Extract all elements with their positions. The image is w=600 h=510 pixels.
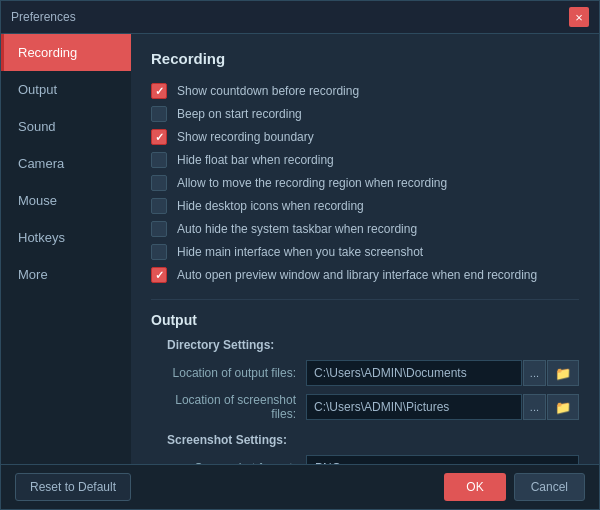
screenshot-files-input[interactable] [306,394,522,420]
output-files-row: Location of output files: ... 📁 [151,360,579,386]
ok-button[interactable]: OK [444,473,505,501]
screenshot-settings-section: Screenshot Settings: Screenshot format: … [151,433,579,464]
section-divider [151,299,579,300]
checkbox-floatbar: Hide float bar when recording [151,152,579,168]
screenshot-files-label: Location of screenshot files: [151,393,306,421]
checkbox-moveregion-box[interactable] [151,175,167,191]
dir-settings-label: Directory Settings: [151,338,579,352]
checkbox-moveregion: Allow to move the recording region when … [151,175,579,191]
output-files-input[interactable] [306,360,522,386]
sidebar: RecordingOutputSoundCameraMouseHotkeysMo… [1,34,131,464]
checkbox-taskbar-box[interactable] [151,221,167,237]
format-row: Screenshot format: PNG JPG BMP GIF [151,455,579,464]
output-files-folder-button[interactable]: 📁 [547,360,579,386]
sidebar-item-output[interactable]: Output [1,71,131,108]
output-files-input-container: ... 📁 [306,360,579,386]
screenshot-files-input-container: ... 📁 [306,394,579,420]
checkbox-countdown-label: Show countdown before recording [177,84,359,98]
checkbox-boundary-label: Show recording boundary [177,130,314,144]
checkbox-floatbar-label: Hide float bar when recording [177,153,334,167]
cancel-button[interactable]: Cancel [514,473,585,501]
output-files-label: Location of output files: [151,366,306,380]
checkbox-beep-label: Beep on start recording [177,107,302,121]
dialog-footer: Reset to Default OK Cancel [1,464,599,509]
checkbox-beep: Beep on start recording [151,106,579,122]
screenshot-files-dots-button[interactable]: ... [523,394,546,420]
screenshot-settings-label: Screenshot Settings: [151,433,579,447]
checkbox-floatbar-box[interactable] [151,152,167,168]
sidebar-item-camera[interactable]: Camera [1,145,131,182]
checkbox-desktopicons-label: Hide desktop icons when recording [177,199,364,213]
main-panel: Recording Show countdown before recordin… [131,34,599,464]
recording-section: Recording Show countdown before recordin… [151,50,579,283]
close-button[interactable]: × [569,7,589,27]
output-files-dots-button[interactable]: ... [523,360,546,386]
checkbox-taskbar: Auto hide the system taskbar when record… [151,221,579,237]
checkbox-desktopicons-box[interactable] [151,198,167,214]
screenshot-files-folder-button[interactable]: 📁 [547,394,579,420]
title-bar: Preferences × [1,1,599,34]
sidebar-item-mouse[interactable]: Mouse [1,182,131,219]
checkbox-taskbar-label: Auto hide the system taskbar when record… [177,222,417,236]
format-select[interactable]: PNG JPG BMP GIF [306,455,579,464]
sidebar-item-sound[interactable]: Sound [1,108,131,145]
recording-section-title: Recording [151,50,579,71]
dialog-title: Preferences [11,10,76,24]
checkbox-countdown: Show countdown before recording [151,83,579,99]
format-select-wrapper: PNG JPG BMP GIF [306,455,579,464]
sidebar-item-hotkeys[interactable]: Hotkeys [1,219,131,256]
output-section-title: Output [151,312,579,328]
checkbox-maininterface-box[interactable] [151,244,167,260]
folder-icon: 📁 [555,400,571,415]
sidebar-item-more[interactable]: More [1,256,131,293]
folder-icon: 📁 [555,366,571,381]
screenshot-files-row: Location of screenshot files: ... 📁 [151,393,579,421]
footer-actions: OK Cancel [444,473,585,501]
checkbox-maininterface-label: Hide main interface when you take screen… [177,245,423,259]
checkbox-boundary: Show recording boundary [151,129,579,145]
preferences-dialog: Preferences × RecordingOutputSoundCamera… [0,0,600,510]
checkbox-countdown-box[interactable] [151,83,167,99]
checkbox-moveregion-label: Allow to move the recording region when … [177,176,447,190]
checkbox-boundary-box[interactable] [151,129,167,145]
dialog-content: RecordingOutputSoundCameraMouseHotkeysMo… [1,34,599,464]
checkbox-maininterface: Hide main interface when you take screen… [151,244,579,260]
output-section: Output Directory Settings: Location of o… [151,312,579,464]
sidebar-item-recording[interactable]: Recording [1,34,131,71]
checkbox-preview-label: Auto open preview window and library int… [177,268,537,282]
checkbox-desktopicons: Hide desktop icons when recording [151,198,579,214]
reset-button[interactable]: Reset to Default [15,473,131,501]
checkbox-beep-box[interactable] [151,106,167,122]
checkbox-preview: Auto open preview window and library int… [151,267,579,283]
checkbox-preview-box[interactable] [151,267,167,283]
